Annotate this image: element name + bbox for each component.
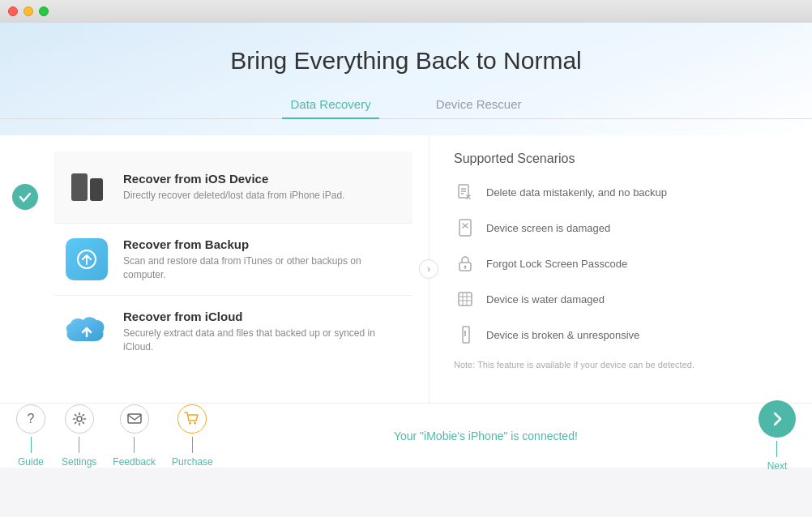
scenarios-title: Supported Scenarios [454,152,788,166]
next-label: Next [767,460,788,472]
icloud-icon [62,307,111,356]
scenario-no-backup: Delete data mistakenly, and no backup [454,181,788,203]
next-button[interactable] [759,400,796,438]
feedback-line [134,437,135,453]
settings-button-wrap: Settings [62,404,96,468]
ios-device-text: Recover from iOS Device Directly recover… [123,172,344,203]
next-button-wrap: Next [759,400,796,472]
purchase-label: Purchase [172,456,213,468]
scenario-broken: Device is broken & unresponsive [454,323,788,346]
svg-point-11 [464,266,467,268]
purchase-line [192,437,193,453]
screen-damaged-icon [454,216,477,239]
maximize-button[interactable] [39,6,49,16]
tab-bar: Data Recovery Device Rescuer [0,91,812,119]
tab-data-recovery[interactable]: Data Recovery [282,91,378,119]
icloud-text: Recover from iCloud Securely extract dat… [123,310,404,354]
feedback-label: Feedback [113,456,156,468]
right-panel: Supported Scenarios Delete data mistaken… [430,135,812,403]
recovery-item-backup[interactable]: Recover from Backup Scan and restore dat… [54,224,412,296]
settings-line [79,437,79,453]
feedback-button[interactable] [120,404,149,434]
guide-button-wrap: ? Guide [16,404,45,468]
broken-icon [454,323,477,346]
bottom-bar: ? Guide Settings Feedback [0,403,812,468]
water-damaged-icon [454,288,477,310]
recovery-item-ios[interactable]: Recover from iOS Device Directly recover… [54,152,412,224]
svg-rect-20 [128,414,141,423]
settings-button[interactable] [65,404,94,434]
scenario-screen-damaged: Device screen is damaged [454,216,788,239]
passcode-icon [454,252,477,275]
hero-section: Bring Everything Back to Normal Data Rec… [0,23,812,135]
guide-line [31,437,32,453]
scenario-screen-text: Device screen is damaged [486,222,610,234]
bottom-left-buttons: ? Guide Settings Feedback [16,404,213,468]
svg-rect-7 [459,220,471,236]
settings-label: Settings [62,456,96,468]
selected-indicator [12,184,38,210]
feedback-button-wrap: Feedback [113,404,156,468]
scenarios-note: Note: This feature is available if your … [454,359,788,371]
guide-button[interactable]: ? [16,404,45,434]
svg-point-19 [77,417,82,421]
next-line [776,441,777,457]
scenario-no-backup-text: Delete data mistakenly, and no backup [486,186,667,199]
scenario-passcode-text: Forgot Lock Screen Passcode [486,258,627,270]
purchase-button[interactable] [177,404,207,434]
main-content: Recover from iOS Device Directly recover… [0,135,812,403]
purchase-button-wrap: Purchase [172,404,213,468]
backup-icon [62,235,111,284]
minimize-button[interactable] [24,6,33,16]
close-button[interactable] [8,6,18,16]
ios-device-icon [62,163,111,212]
svg-point-21 [189,421,191,424]
scenario-broken-text: Device is broken & unresponsive [486,329,639,341]
scenario-passcode: Forgot Lock Screen Passcode [454,252,788,275]
svg-point-22 [194,421,196,424]
svg-rect-13 [459,293,472,306]
guide-label: Guide [18,456,44,468]
no-backup-icon [454,181,477,203]
title-bar [0,0,812,23]
hero-title: Bring Everything Back to Normal [0,47,812,75]
scenario-water-damaged: Device is water damaged [454,288,788,310]
connected-status: Your "iMobie's iPhone" is connected! [394,429,578,442]
tab-device-rescuer[interactable]: Device Rescuer [428,91,530,119]
panel-next-arrow[interactable]: › [419,259,438,279]
backup-text: Recover from Backup Scan and restore dat… [123,237,404,282]
recovery-item-icloud[interactable]: Recover from iCloud Securely extract dat… [54,296,412,367]
left-panel: Recover from iOS Device Directly recover… [0,135,430,403]
recovery-options-list: Recover from iOS Device Directly recover… [38,143,429,375]
scenario-water-text: Device is water damaged [486,293,605,306]
